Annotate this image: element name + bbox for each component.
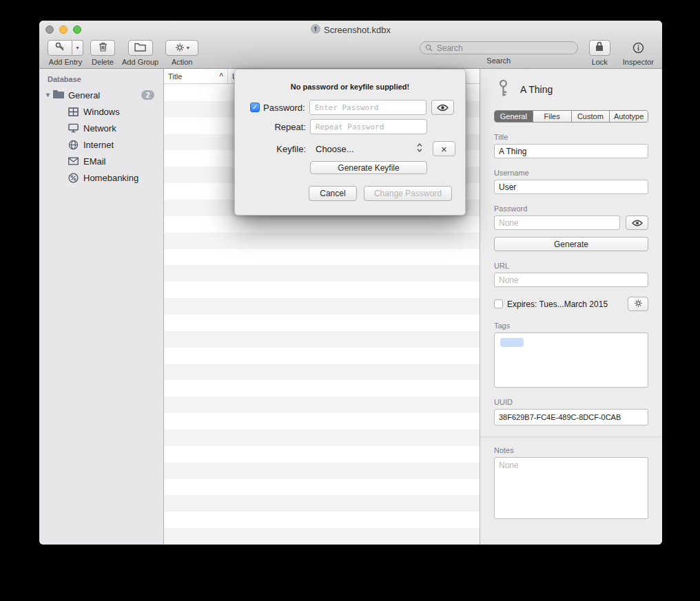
- sidebar-group-label: General: [68, 90, 141, 101]
- password-dialog: No password or keyfile supplied! ✓ Passw…: [234, 69, 466, 215]
- key-icon: [495, 78, 511, 101]
- search-field[interactable]: [420, 41, 578, 54]
- generate-keyfile-button[interactable]: Generate Keyfile: [310, 161, 427, 174]
- tags-box[interactable]: [494, 333, 648, 388]
- add-entry-dropdown-button[interactable]: ▾: [72, 40, 83, 56]
- table-row[interactable]: [164, 380, 480, 397]
- table-row[interactable]: [164, 479, 480, 496]
- dialog-password-input[interactable]: [309, 100, 426, 115]
- eye-icon: [437, 102, 449, 114]
- dialog-show-password-button[interactable]: [431, 100, 454, 115]
- expires-checkbox[interactable]: [494, 299, 503, 308]
- generate-password-button[interactable]: Generate: [494, 237, 648, 251]
- table-row[interactable]: [164, 265, 480, 282]
- action-button[interactable]: ▾: [165, 40, 198, 56]
- chevron-down-icon: ▾: [187, 45, 189, 51]
- sidebar-item-internet[interactable]: Internet: [39, 136, 163, 153]
- table-row[interactable]: [164, 364, 480, 381]
- sidebar-item-email[interactable]: EMail: [39, 153, 163, 169]
- window-title: Screenshot.kdbx: [324, 25, 391, 35]
- column-header-title[interactable]: Title ^: [164, 69, 228, 83]
- tab-files[interactable]: Files: [533, 111, 572, 122]
- sidebar-section-header: Database: [39, 69, 163, 87]
- window-title-area: Screenshot.kdbx: [39, 21, 662, 39]
- url-field-label: URL: [494, 262, 648, 270]
- sidebar-item-label: Internet: [83, 140, 114, 150]
- checkmark-icon: ✓: [252, 103, 258, 111]
- table-row[interactable]: [164, 528, 480, 545]
- table-row[interactable]: [164, 315, 480, 331]
- gear-icon: [175, 43, 185, 54]
- clear-keyfile-button[interactable]: ×: [433, 141, 455, 156]
- inspector-divider: [480, 436, 662, 437]
- inspector-button[interactable]: [632, 42, 644, 56]
- show-password-button[interactable]: [626, 215, 648, 230]
- url-field[interactable]: [494, 273, 648, 287]
- tab-autotype[interactable]: Autotype: [610, 111, 648, 122]
- password-field[interactable]: [494, 215, 620, 230]
- dialog-message: No password or keyfile supplied!: [235, 83, 465, 91]
- table-row[interactable]: [164, 282, 480, 298]
- inspector-tabs: General Files Custom Autotype: [494, 110, 648, 123]
- lock-button[interactable]: [589, 40, 610, 56]
- table-row[interactable]: [164, 463, 480, 479]
- title-field[interactable]: [494, 144, 648, 158]
- tab-general[interactable]: General: [495, 111, 533, 122]
- sidebar: Database ▼ General 2 Windows Network: [39, 69, 164, 545]
- folder-plus-icon: [134, 42, 146, 54]
- window-header: Screenshot.kdbx ▾ Add Entry: [39, 21, 662, 69]
- expires-label: Expires: Tues...March 2015: [507, 299, 628, 309]
- sidebar-item-label: EMail: [83, 156, 106, 167]
- tab-custom[interactable]: Custom: [572, 111, 610, 122]
- inspector-toolbar-item: Inspector: [623, 40, 654, 66]
- gear-icon: [634, 298, 643, 310]
- expires-settings-button[interactable]: [628, 297, 648, 311]
- search-toolbar-item: Search: [420, 40, 578, 65]
- table-row[interactable]: [164, 495, 480, 512]
- sidebar-item-windows[interactable]: Windows: [39, 103, 163, 120]
- table-row[interactable]: [164, 331, 480, 348]
- tag-pill[interactable]: [500, 338, 524, 347]
- table-row[interactable]: [164, 430, 480, 446]
- internet-globe-icon: [67, 140, 79, 150]
- table-row[interactable]: [164, 413, 480, 430]
- username-field[interactable]: [494, 180, 648, 194]
- table-row[interactable]: [164, 512, 480, 528]
- table-row[interactable]: [164, 348, 480, 364]
- add-group-button[interactable]: [128, 40, 153, 56]
- table-row[interactable]: [164, 249, 480, 266]
- keyfile-popup-button[interactable]: Choose...: [310, 141, 428, 156]
- password-checkbox[interactable]: ✓: [250, 103, 260, 112]
- sidebar-item-homebanking[interactable]: Homebanking: [39, 169, 163, 186]
- dialog-repeat-input[interactable]: [310, 119, 427, 134]
- change-password-button[interactable]: Change Password: [364, 186, 452, 201]
- lock-label: Lock: [592, 58, 608, 66]
- table-row[interactable]: [164, 446, 480, 463]
- sidebar-item-label: Homebanking: [83, 173, 138, 183]
- table-row[interactable]: [164, 397, 480, 413]
- dialog-repeat-label: Repeat:: [235, 122, 306, 132]
- uuid-field[interactable]: [494, 409, 648, 425]
- table-row[interactable]: [164, 233, 480, 249]
- search-label: Search: [486, 56, 511, 65]
- delete-label: Delete: [92, 58, 114, 66]
- title-field-label: Title: [494, 133, 648, 141]
- search-input[interactable]: [435, 43, 573, 54]
- tags-field-label: Tags: [494, 321, 648, 330]
- add-entry-button[interactable]: [48, 40, 72, 56]
- notes-field[interactable]: [494, 457, 648, 519]
- entry-title: A Thing: [520, 84, 553, 95]
- search-icon: [425, 42, 433, 54]
- delete-button[interactable]: [90, 40, 115, 56]
- popup-stepper-icon: [417, 143, 422, 155]
- sidebar-item-network[interactable]: Network: [39, 120, 163, 136]
- lock-toolbar-item: Lock: [589, 40, 610, 66]
- action-label: Action: [172, 58, 193, 66]
- sidebar-group-general[interactable]: ▼ General 2: [39, 87, 163, 103]
- table-row[interactable]: [164, 298, 480, 315]
- disclosure-triangle-icon[interactable]: ▼: [45, 92, 53, 98]
- titlebar: Screenshot.kdbx: [39, 21, 662, 39]
- table-row[interactable]: [164, 216, 480, 233]
- cancel-button[interactable]: Cancel: [309, 186, 357, 201]
- username-field-label: Username: [494, 169, 648, 177]
